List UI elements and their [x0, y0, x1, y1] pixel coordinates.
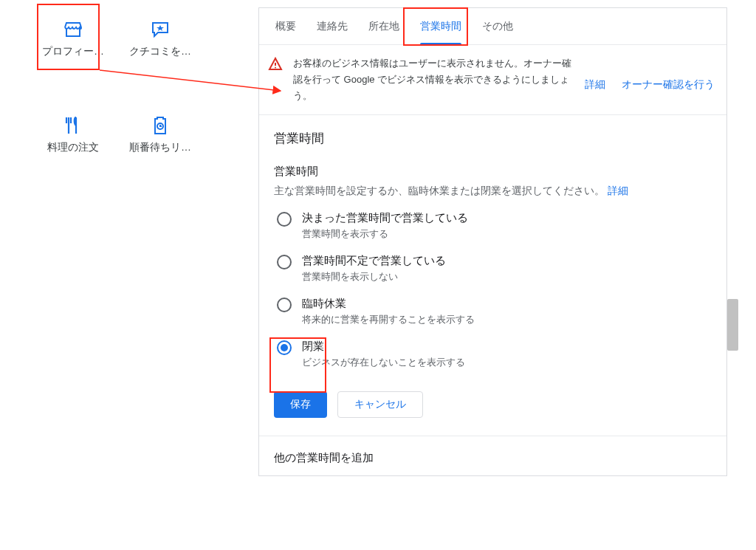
- radio-open-regular-label: 決まった営業時間で営業している: [302, 211, 468, 225]
- profile-button[interactable]: プロフィー…: [30, 7, 117, 70]
- order-food-label: 料理の注文: [47, 141, 99, 154]
- radio-closed[interactable]: 閉業 ビジネスが存在しないことを表示する: [277, 340, 712, 369]
- left-app-grid: プロフィー… クチコミを… 料理の注文 順番待ちリ…: [30, 7, 204, 166]
- radio-temp-closed-desc: 将来的に営業を再開することを表示する: [302, 313, 475, 326]
- waitlist-label: 順番待ちリ…: [129, 141, 191, 154]
- tab-location[interactable]: 所在地: [358, 8, 410, 45]
- warning-text: お客様のビジネス情報はユーザーに表示されません。オーナー確認を行って Googl…: [293, 55, 574, 104]
- radio-circle-icon: [277, 298, 292, 312]
- radio-temp-closed[interactable]: 臨時休業 将来的に営業を再開することを表示する: [277, 297, 712, 326]
- radio-circle-icon: [277, 212, 292, 227]
- save-button[interactable]: 保存: [274, 391, 327, 418]
- warning-icon: [268, 57, 283, 72]
- radio-open-irregular-desc: 営業時間を表示しない: [302, 270, 446, 283]
- radio-circle-icon: [277, 340, 292, 355]
- review-icon: [149, 20, 171, 39]
- hours-button-row: 保存 キャンセル: [274, 391, 712, 418]
- radio-temp-closed-label: 臨時休業: [302, 297, 475, 311]
- tab-contact[interactable]: 連絡先: [306, 8, 358, 45]
- tab-hours[interactable]: 営業時間: [410, 8, 472, 45]
- warning-detail-link[interactable]: 詳細: [585, 76, 605, 94]
- panel-tabs: 概要 連絡先 所在地 営業時間 その他: [259, 8, 726, 45]
- hours-radio-group: 決まった営業時間で営業している 営業時間を表示する 営業時間不定で営業している …: [277, 211, 712, 369]
- radio-open-regular[interactable]: 決まった営業時間で営業している 営業時間を表示する: [277, 211, 712, 241]
- radio-closed-label: 閉業: [302, 340, 465, 354]
- clipboard-icon: [149, 116, 171, 135]
- scrollbar-thumb[interactable]: [727, 299, 738, 351]
- hours-section: 営業時間 営業時間 主な営業時間を設定するか、臨時休業または閉業を選択してくださ…: [259, 115, 726, 476]
- hours-sub-title: 営業時間: [274, 165, 712, 179]
- waitlist-button[interactable]: 順番待ちリ…: [117, 103, 204, 166]
- radio-circle-icon: [277, 255, 292, 269]
- radio-open-regular-desc: 営業時間を表示する: [302, 227, 468, 241]
- section-divider: [259, 436, 726, 436]
- radio-open-irregular-label: 営業時間不定で営業している: [302, 254, 446, 268]
- cutlery-icon: [62, 116, 84, 135]
- svg-point-2: [275, 67, 276, 69]
- storefront-icon: [62, 20, 84, 39]
- business-hours-panel: 概要 連絡先 所在地 営業時間 その他 お客様のビジネス情報はユーザーに表示され…: [258, 7, 727, 476]
- hours-sub-desc: 主な営業時間を設定するか、臨時休業または閉業を選択してください。 詳細: [274, 185, 712, 198]
- tab-other[interactable]: その他: [472, 8, 523, 45]
- hours-sub-desc-text: 主な営業時間を設定するか、臨時休業または閉業を選択してください。: [274, 185, 605, 196]
- reviews-button[interactable]: クチコミを…: [117, 7, 204, 70]
- scrollbar-track[interactable]: [727, 7, 738, 476]
- warning-links: 詳細 オーナー確認を行う: [585, 55, 715, 94]
- cancel-button[interactable]: キャンセル: [337, 391, 423, 418]
- hours-section-title: 営業時間: [274, 130, 712, 147]
- other-hours-title: 他の営業時間を追加: [274, 451, 712, 465]
- reviews-label: クチコミを…: [129, 45, 191, 58]
- radio-open-irregular[interactable]: 営業時間不定で営業している 営業時間を表示しない: [277, 254, 712, 283]
- hours-sub-desc-link[interactable]: 詳細: [608, 185, 628, 196]
- warning-verify-link[interactable]: オーナー確認を行う: [622, 76, 715, 94]
- order-food-button[interactable]: 料理の注文: [30, 103, 117, 166]
- profile-label: プロフィー…: [42, 45, 104, 58]
- tab-overview[interactable]: 概要: [265, 8, 306, 45]
- verify-warning: お客様のビジネス情報はユーザーに表示されません。オーナー確認を行って Googl…: [259, 45, 726, 115]
- radio-closed-desc: ビジネスが存在しないことを表示する: [302, 356, 465, 369]
